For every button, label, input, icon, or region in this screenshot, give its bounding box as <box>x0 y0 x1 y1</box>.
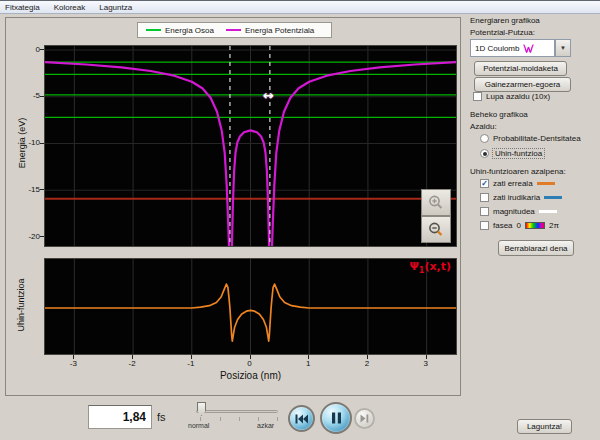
position-tick-label: -1 <box>179 359 203 368</box>
speed-slider-track[interactable] <box>196 410 278 413</box>
menu-help[interactable]: Laguntza <box>99 3 132 12</box>
real-part-label: zati erreala <box>493 179 533 188</box>
slider-tick <box>258 417 259 421</box>
zoom-out-button[interactable] <box>421 216 451 243</box>
restart-icon <box>295 414 308 424</box>
playback-bar: fs normal azkar Laguntza! <box>0 397 600 440</box>
energy-zoom-controls <box>421 189 451 243</box>
pause-icon <box>331 412 342 424</box>
restart-button[interactable] <box>288 405 315 432</box>
position-tick-label: 0 <box>238 359 262 368</box>
phase-row[interactable]: fasea 0 2π <box>480 221 559 230</box>
real-part-swatch <box>537 182 555 185</box>
position-tick-label: -2 <box>120 359 144 368</box>
magnify-checkbox-row[interactable]: Lupa azaldu (10x) <box>473 92 550 101</box>
magnitude-checkbox[interactable] <box>480 207 489 216</box>
position-tick-label: 2 <box>355 359 379 368</box>
legend: Energia Osoa Energia Potentziala <box>137 22 332 38</box>
phase-two-pi-label: 2π <box>549 221 559 230</box>
legend-potential-energy-label: Energia Potentziala <box>245 26 314 35</box>
energy-tick-label: -10 <box>14 138 40 147</box>
wave-function-radio[interactable] <box>480 149 489 158</box>
pause-button[interactable] <box>320 402 352 434</box>
menu-colors[interactable]: Koloreak <box>54 3 86 12</box>
phase-checkbox[interactable] <box>480 221 489 230</box>
legend-total-energy-label: Energia Osoa <box>165 26 214 35</box>
energy-tick-label: -20 <box>14 232 40 241</box>
wave-chart-canvas <box>45 259 456 354</box>
menu-bar: Fitxategia Koloreak Laguntza <box>0 0 600 14</box>
phase-color-bar <box>525 222 545 229</box>
imaginary-part-row[interactable]: zati irudikaria <box>480 193 562 202</box>
energy-chart-canvas <box>45 46 456 246</box>
control-panel: Energiaren grafikoa Potentzial-Putzua: 1… <box>462 14 600 400</box>
step-button[interactable] <box>354 408 375 429</box>
magnify-checkbox-label: Lupa azaldu (10x) <box>486 92 550 101</box>
phase-zero-label: 0 <box>517 221 521 230</box>
magnify-checkbox[interactable] <box>473 92 482 101</box>
reset-all-button[interactable]: Berrabiarazi dena <box>498 240 574 256</box>
imaginary-part-swatch <box>544 196 562 199</box>
legend-potential-energy: Energia Potentziala <box>226 26 314 35</box>
zoom-in-button[interactable] <box>421 189 451 216</box>
app-window: { "menu": { "items": ["Fitxategia", "Kol… <box>0 0 600 440</box>
imaginary-part-label: zati irudikaria <box>493 193 540 202</box>
potential-energy-swatch <box>226 29 241 31</box>
magnitude-row[interactable]: magnitudea <box>480 207 557 216</box>
probability-density-radio-row[interactable]: Probabilitate-Dentsitatea <box>480 134 581 143</box>
bottom-chart-section-title: Beheko grafikoa <box>470 110 528 119</box>
total-energy-swatch <box>146 29 161 31</box>
slider-fast-label: azkar <box>257 422 274 429</box>
zoom-in-icon <box>427 194 445 212</box>
slider-normal-label: normal <box>188 422 209 429</box>
position-tick-label: 3 <box>414 359 438 368</box>
superposition-state-button[interactable]: Gainezarmen-egoera <box>474 77 571 92</box>
psi-state-label: Ψ1(x,t) <box>409 260 451 275</box>
energy-tick-label: -5 <box>14 91 40 100</box>
energy-tick-label: 0 <box>14 45 40 54</box>
wave-function-section-title: Uhin-funtzioaren azalpena: <box>470 167 566 176</box>
potential-well-select[interactable]: 1D Coulomb <box>470 39 555 57</box>
potential-well-label: Potentzial-Putzua: <box>470 28 535 37</box>
energy-tick-label: -15 <box>14 185 40 194</box>
energy-chart[interactable]: ↔ <box>44 45 457 247</box>
wave-function-radio-row[interactable]: Uhin-funtzioa <box>480 149 544 158</box>
potential-well-dropdown-arrow[interactable]: ▼ <box>555 39 571 57</box>
magnitude-label: magnitudea <box>493 207 535 216</box>
zoom-out-icon <box>427 221 445 239</box>
real-part-row[interactable]: ✓ zati erreala <box>480 179 555 188</box>
menu-file[interactable]: Fitxategia <box>5 3 40 12</box>
slider-tick <box>239 417 240 421</box>
potential-well-value: 1D Coulomb <box>475 44 519 53</box>
legend-total-energy: Energia Osoa <box>146 26 214 35</box>
wave-axis-title: Uhin-funtzioa <box>16 265 26 345</box>
position-axis-title: Posizioa (nm) <box>44 370 457 381</box>
energy-graph-title: Energiaren grafikoa <box>470 16 540 25</box>
coulomb-well-icon <box>523 43 536 54</box>
position-tick-label: 1 <box>296 359 320 368</box>
slider-tick <box>277 417 278 421</box>
slider-tick <box>200 417 201 421</box>
position-tick-label: -3 <box>61 359 85 368</box>
magnitude-swatch <box>539 210 557 213</box>
charts-panel: Energia Osoa Energia Potentziala Energia… <box>5 17 461 396</box>
step-icon <box>360 414 369 423</box>
phase-label: fasea <box>493 221 513 230</box>
wave-function-label: Uhin-funtzioa <box>493 149 544 158</box>
imaginary-part-checkbox[interactable] <box>480 193 489 202</box>
time-unit-label: fs <box>157 411 166 423</box>
speed-slider-thumb[interactable] <box>197 402 206 416</box>
help-button[interactable]: Laguntza! <box>517 419 572 434</box>
configure-potential-button[interactable]: Potentzial-moldaketa <box>474 61 567 76</box>
real-part-checkbox[interactable]: ✓ <box>480 179 489 188</box>
probability-density-radio[interactable] <box>480 134 489 143</box>
display-label: Azaldu: <box>470 122 497 131</box>
wave-function-chart: Ψ1(x,t) <box>44 258 457 355</box>
slider-tick <box>220 417 221 421</box>
time-display-field[interactable] <box>88 405 152 429</box>
probability-density-label: Probabilitate-Dentsitatea <box>493 134 581 143</box>
